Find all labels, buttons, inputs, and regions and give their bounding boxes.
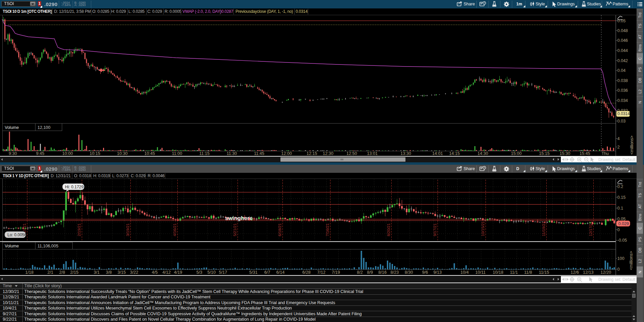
svg-text:15:00: 15:00 <box>511 151 521 156</box>
svg-text:13:30: 13:30 <box>400 151 411 156</box>
svg-text:12:50: 12:50 <box>346 151 357 156</box>
svg-text:11:45: 11:45 <box>254 151 264 156</box>
svg-text:swinghere: swinghere <box>225 215 253 221</box>
svg-text:0.036: 0.036 <box>617 88 628 93</box>
svg-text:8/30: 8/30 <box>405 270 413 275</box>
svg-text:0.029: 0.029 <box>618 221 629 226</box>
svg-text:12/13: 12/13 <box>583 270 593 275</box>
svg-text:3/15: 3/15 <box>118 270 126 275</box>
svg-text:5/17: 5/17 <box>219 270 227 275</box>
svg-text:<millions>: <millions> <box>629 136 634 155</box>
svg-text:Drawing set: Default: Drawing set: Default <box>598 157 636 162</box>
svg-text:3/8: 3/8 <box>106 270 112 275</box>
svg-text:0.0314: 0.0314 <box>618 111 630 116</box>
svg-text:Drawing set: Default: Drawing set: Default <box>598 277 636 282</box>
svg-text:1/18: 1/18 <box>25 270 33 275</box>
svg-text:Volume: Volume <box>5 125 19 130</box>
svg-text:12:00: 12:00 <box>281 151 292 156</box>
svg-text:15:15: 15:15 <box>539 151 549 156</box>
svg-text:3/22: 3/22 <box>130 270 138 275</box>
svg-text:10:00: 10:00 <box>62 151 73 156</box>
svg-text:0.1: 0.1 <box>617 206 623 211</box>
svg-text:100: 100 <box>617 256 624 261</box>
svg-text:11:30: 11:30 <box>227 151 237 156</box>
svg-text:2/15: 2/15 <box>70 270 78 275</box>
svg-text:5/10: 5/10 <box>207 270 216 275</box>
svg-text:-0.05: -0.05 <box>617 238 627 243</box>
svg-text:2/19/21: 2/19/21 <box>77 223 81 236</box>
svg-text:11,106,005: 11,106,005 <box>38 244 58 248</box>
svg-text:0.046: 0.046 <box>617 38 628 43</box>
svg-text:5/21/21: 5/21/21 <box>233 223 237 236</box>
svg-text:11/15: 11/15 <box>539 270 549 275</box>
svg-text:6/14: 6/14 <box>276 270 284 275</box>
svg-text:0.05: 0.05 <box>617 19 625 23</box>
svg-text:10/15/21: 10/15/21 <box>481 221 485 236</box>
svg-text:Hi: 0.1729: Hi: 0.1729 <box>65 185 84 189</box>
svg-text:0.048: 0.048 <box>617 28 628 33</box>
svg-text:5/31: 5/31 <box>249 270 257 275</box>
svg-text:6/18/21: 6/18/21 <box>278 223 282 236</box>
svg-text:0.04: 0.04 <box>617 68 625 73</box>
svg-text:4: 4 <box>617 136 620 141</box>
svg-text:10/4: 10/4 <box>461 270 469 275</box>
svg-text:11/8: 11/8 <box>524 270 532 275</box>
svg-text:11:00: 11:00 <box>172 151 182 156</box>
svg-text:9/6: 9/6 <box>422 270 428 275</box>
svg-text:9:45: 9:45 <box>36 151 44 156</box>
svg-text:6/7: 6/7 <box>264 270 270 275</box>
svg-text:12/20: 12/20 <box>600 270 611 275</box>
svg-text:10:15: 10:15 <box>90 151 100 156</box>
svg-text:0: 0 <box>617 227 620 232</box>
svg-text:<millions>: <millions> <box>629 251 634 270</box>
svg-text:11:15: 11:15 <box>199 151 209 156</box>
svg-text:2/8: 2/8 <box>59 270 65 275</box>
svg-text:7/12: 7/12 <box>317 270 325 275</box>
svg-text:0.042: 0.042 <box>617 58 628 63</box>
svg-text:0.038: 0.038 <box>617 78 628 83</box>
svg-text:12:15: 12:15 <box>306 151 317 156</box>
svg-text:8/20/21: 8/20/21 <box>387 223 391 236</box>
svg-text:Volume: Volume <box>5 244 19 248</box>
svg-text:4/19: 4/19 <box>174 270 182 275</box>
svg-text:4/16/21: 4/16/21 <box>173 223 177 236</box>
svg-text:0.15: 0.15 <box>617 195 625 200</box>
svg-text:2: 2 <box>617 145 620 150</box>
svg-text:15:30: 15:30 <box>560 151 570 156</box>
svg-text:Thu: Thu <box>601 151 609 156</box>
svg-text:12:30: 12:30 <box>323 151 333 156</box>
svg-text:7/19: 7/19 <box>332 270 340 275</box>
svg-text:14:30: 14:30 <box>477 151 488 156</box>
svg-text:4/12: 4/12 <box>163 270 171 275</box>
svg-text:10:45: 10:45 <box>144 151 155 156</box>
svg-text:8/16: 8/16 <box>378 270 387 275</box>
svg-text:2/1: 2/1 <box>47 270 53 275</box>
svg-text:15:45: 15:45 <box>579 151 590 156</box>
svg-text:0.044: 0.044 <box>617 48 628 53</box>
svg-text:10/11: 10/11 <box>475 270 486 275</box>
svg-text:7/16/21: 7/16/21 <box>325 223 329 236</box>
svg-text:11/19/21: 11/19/21 <box>542 221 546 236</box>
svg-text:8/9: 8/9 <box>367 270 373 275</box>
svg-text:14:15: 14:15 <box>449 151 460 156</box>
svg-text:0.034: 0.034 <box>617 98 628 103</box>
svg-text:4/5: 4/5 <box>152 270 157 275</box>
svg-text:14:01: 14:01 <box>432 151 443 156</box>
svg-text:9/17/21: 9/17/21 <box>433 223 437 236</box>
svg-text:8/2: 8/2 <box>357 270 363 275</box>
svg-text:8/23: 8/23 <box>391 270 399 275</box>
svg-text:Lo: 0.0056: Lo: 0.0056 <box>7 233 27 237</box>
svg-text:10:30: 10:30 <box>117 151 127 156</box>
svg-text:6/28: 6/28 <box>302 270 311 275</box>
svg-text:12,100: 12,100 <box>38 125 50 130</box>
svg-text:5/3: 5/3 <box>196 270 202 275</box>
svg-text:0.2: 0.2 <box>617 184 623 189</box>
svg-text:9:30: 9:30 <box>9 151 17 156</box>
svg-text:0: 0 <box>617 267 620 272</box>
svg-text:10/18: 10/18 <box>493 270 503 275</box>
svg-text:3/19/21: 3/19/21 <box>126 223 130 236</box>
svg-text:3/1: 3/1 <box>94 270 99 275</box>
svg-text:9/13: 9/13 <box>434 270 442 275</box>
svg-text:11/1: 11/1 <box>510 270 518 275</box>
svg-text:0.03: 0.03 <box>617 119 625 124</box>
